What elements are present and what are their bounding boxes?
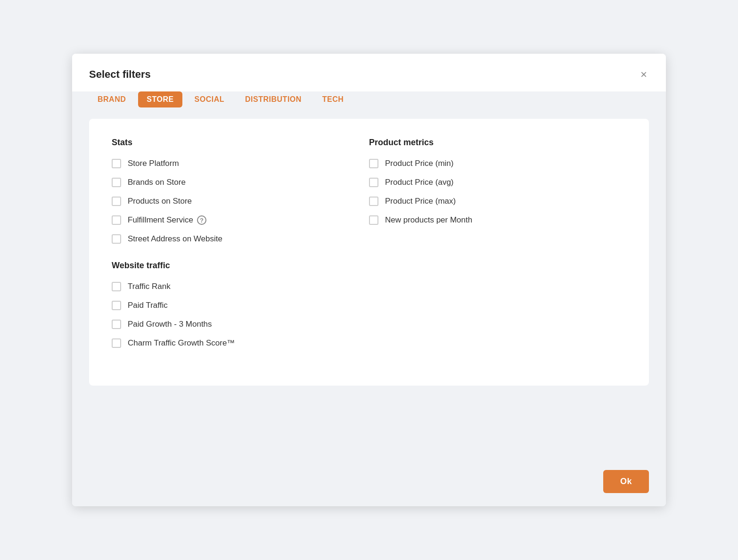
modal-header: Select filters × [72, 54, 666, 91]
fulfillment-help-icon[interactable]: ? [197, 215, 206, 225]
checkbox-street-address-input[interactable] [112, 234, 121, 244]
checkbox-product-price-max[interactable]: Product Price (max) [369, 197, 626, 206]
modal-overlay: Select filters × BRAND STORE SOCIAL DIST… [0, 0, 738, 560]
left-column: Stats Store Platform Brands on Store Pro… [112, 138, 369, 357]
content-card: Stats Store Platform Brands on Store Pro… [89, 119, 649, 386]
checkbox-store-platform-label: Store Platform [128, 159, 179, 168]
checkbox-product-price-max-label: Product Price (max) [385, 197, 456, 206]
checkbox-brands-on-store[interactable]: Brands on Store [112, 178, 369, 187]
checkbox-paid-growth-3-input[interactable] [112, 320, 121, 329]
checkbox-fulfillment-service-input[interactable] [112, 215, 121, 225]
modal-body: Stats Store Platform Brands on Store Pro… [72, 119, 666, 461]
checkbox-brands-on-store-label: Brands on Store [128, 178, 186, 187]
website-traffic-section: Website traffic Traffic Rank Paid Traffi… [112, 261, 369, 348]
tab-tech[interactable]: TECH [314, 91, 353, 107]
checkbox-charm-traffic-label: Charm Traffic Growth Score™ [128, 338, 235, 348]
checkbox-fulfillment-service[interactable]: Fulfillment Service ? [112, 215, 369, 225]
checkbox-product-price-avg-label: Product Price (avg) [385, 178, 454, 187]
checkbox-new-products-per-month[interactable]: New products per Month [369, 215, 626, 225]
checkbox-new-products-per-month-label: New products per Month [385, 215, 472, 225]
tab-social[interactable]: SOCIAL [186, 91, 233, 107]
checkbox-traffic-rank[interactable]: Traffic Rank [112, 282, 369, 291]
product-metrics-section-title: Product metrics [369, 138, 626, 148]
checkbox-product-price-avg[interactable]: Product Price (avg) [369, 178, 626, 187]
checkbox-new-products-per-month-input[interactable] [369, 215, 378, 225]
checkbox-traffic-rank-input[interactable] [112, 282, 121, 291]
website-traffic-title: Website traffic [112, 261, 369, 271]
checkbox-paid-growth-3-label: Paid Growth - 3 Months [128, 320, 212, 329]
close-button[interactable]: × [639, 67, 649, 82]
checkbox-product-price-max-input[interactable] [369, 197, 378, 206]
checkbox-product-price-min-label: Product Price (min) [385, 159, 453, 168]
checkbox-brands-on-store-input[interactable] [112, 178, 121, 187]
checkbox-products-on-store-label: Products on Store [128, 197, 192, 206]
checkbox-paid-traffic[interactable]: Paid Traffic [112, 301, 369, 310]
checkbox-products-on-store-input[interactable] [112, 197, 121, 206]
modal-title: Select filters [89, 68, 151, 81]
checkbox-paid-traffic-input[interactable] [112, 301, 121, 310]
checkbox-street-address[interactable]: Street Address on Website [112, 234, 369, 244]
checkbox-product-price-avg-input[interactable] [369, 178, 378, 187]
tabs-bar: BRAND STORE SOCIAL DISTRIBUTION TECH [72, 91, 666, 119]
checkbox-paid-growth-3[interactable]: Paid Growth - 3 Months [112, 320, 369, 329]
right-column: Product metrics Product Price (min) Prod… [369, 138, 626, 357]
checkbox-paid-traffic-label: Paid Traffic [128, 301, 168, 310]
checkbox-store-platform-input[interactable] [112, 159, 121, 168]
checkbox-product-price-min[interactable]: Product Price (min) [369, 159, 626, 168]
ok-button[interactable]: Ok [603, 470, 649, 493]
checkbox-charm-traffic[interactable]: Charm Traffic Growth Score™ [112, 338, 369, 348]
checkbox-traffic-rank-label: Traffic Rank [128, 282, 171, 291]
checkbox-street-address-label: Street Address on Website [128, 234, 222, 244]
modal-container: Select filters × BRAND STORE SOCIAL DIST… [72, 54, 666, 506]
checkbox-store-platform[interactable]: Store Platform [112, 159, 369, 168]
stats-section-title: Stats [112, 138, 369, 148]
tab-brand[interactable]: BRAND [89, 91, 134, 107]
checkbox-fulfillment-service-label: Fulfillment Service ? [128, 215, 206, 225]
checkbox-charm-traffic-input[interactable] [112, 338, 121, 348]
tab-distribution[interactable]: DISTRIBUTION [237, 91, 310, 107]
modal-footer: Ok [72, 461, 666, 506]
checkbox-product-price-min-input[interactable] [369, 159, 378, 168]
tab-store[interactable]: STORE [138, 91, 182, 107]
checkbox-products-on-store[interactable]: Products on Store [112, 197, 369, 206]
